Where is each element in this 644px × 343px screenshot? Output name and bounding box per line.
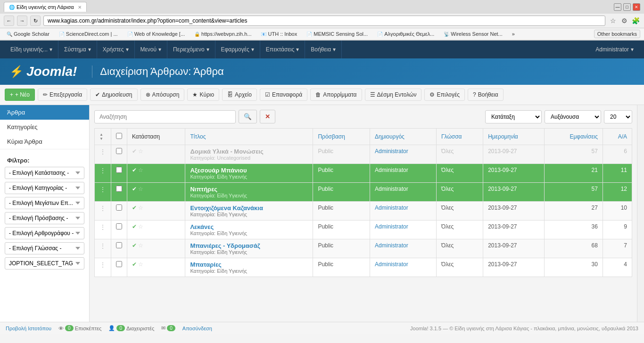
bookmark-more[interactable]: » [509,30,518,38]
search-button[interactable]: 🔍 [239,110,257,123]
sort-select[interactable]: ΚατάταξηΤίτλοςΗμερομηνία [485,110,542,123]
topbar-menu-extensions[interactable]: Επεκτάσεις ▾ [260,41,305,58]
row-checkbox[interactable] [116,223,122,229]
settings-icon[interactable]: ⚙ [619,16,629,25]
author-link[interactable]: Administrator [375,148,408,155]
bookmark-sciencedirect[interactable]: 📄 ScienceDirect.com | ... [56,30,121,38]
featured-icon[interactable]: ☆ [138,148,143,155]
topbar-admin-menu[interactable]: Administrator ▾ [590,41,639,58]
drag-handle-icon[interactable]: ⋮ [99,261,106,269]
view-site-link[interactable]: Προβολή Ιστοτόπου [6,326,51,331]
th-hits[interactable]: Εμφανίσεις [545,129,603,145]
featured-icon[interactable]: ☆ [138,261,143,268]
reload-button[interactable]: ↻ [30,16,41,26]
sidebar-item-featured[interactable]: Κύρια Άρθρα [0,134,89,149]
row-checkbox[interactable] [116,148,122,154]
featured-icon[interactable]: ☆ [138,186,143,192]
back-button[interactable]: ← [4,16,14,26]
options-button[interactable]: ⚙ Επιλογές [424,89,465,101]
filter-status-select[interactable]: - Επιλογή Κατάστασης - [5,167,84,179]
th-checkbox[interactable] [111,129,127,145]
row-checkbox[interactable] [116,242,122,248]
select-all-checkbox[interactable] [116,133,122,139]
search-clear-button[interactable]: ✕ [260,110,275,123]
drag-handle-icon[interactable]: ⋮ [99,148,106,155]
article-title-link[interactable]: Εντοιχιζόμενα Καζανάκια [190,204,263,212]
drag-handle-icon[interactable]: ⋮ [99,167,106,174]
per-page-select[interactable]: 51015202550100 [604,110,632,123]
author-link[interactable]: Administrator [375,167,408,173]
topbar-menu-users[interactable]: Χρήστες ▾ [97,41,135,58]
topbar-menu-system[interactable]: Σύστημα ▾ [58,41,97,58]
new-button[interactable]: + + Νέο [5,89,35,101]
article-title-link[interactable]: Δομικά Υλικά - Μονώσεις [190,148,263,155]
topbar-menu-help[interactable]: Βοήθεια ▾ [305,41,342,58]
th-status[interactable]: Κατάσταση [127,129,185,145]
article-title-link[interactable]: Λεκάνες [190,223,214,230]
topbar-site-name[interactable]: Είδη υγιεινής... ▾ [5,41,58,58]
bookmark-google-scholar[interactable]: 🔍 Google Scholar [4,30,52,38]
th-author[interactable]: Δημιουργός [370,129,437,145]
featured-icon[interactable]: ☆ [138,167,143,173]
trash-button[interactable]: 🗑 Απορρίμματα [310,89,362,101]
bookmark-uth[interactable]: 📧 UTH :: Inbox [258,30,300,38]
published-icon[interactable]: ✔ [132,242,137,249]
publish-button[interactable]: ✔ Δημοσίευση [90,89,137,101]
drag-handle-icon[interactable]: ⋮ [99,242,106,250]
bookmark-web-of-knowledge[interactable]: 📄 Web of Knowledge [... [124,30,188,38]
published-icon[interactable]: ✔ [132,204,137,211]
published-icon[interactable]: ✔ [132,167,137,173]
logout-link[interactable]: Αποσύνδεση [182,326,212,331]
checkin-button[interactable]: ☑ Επαναφορά [260,89,307,101]
tab-close-button[interactable]: ✕ [78,5,82,10]
published-icon[interactable]: ✔ [132,223,137,230]
article-title-link[interactable]: Αξεσουάρ Μπάνιου [190,167,247,174]
archive-button[interactable]: 🗄 Αρχείο [222,89,257,101]
th-title[interactable]: Τίτλος [185,129,313,145]
direction-select[interactable]: ΑυξάνουσαΦθίνουσα [545,110,601,123]
author-link[interactable]: Administrator [375,261,408,268]
browser-tab-active[interactable]: 🌐 Είδη υγιεινής στη Λάρισα ✕ [4,2,87,12]
th-date[interactable]: Ημερομηνία [483,129,545,145]
article-title-link[interactable]: Νιπτήρες [190,186,217,193]
author-link[interactable]: Administrator [375,223,408,230]
published-icon[interactable]: ✔ [132,148,137,155]
published-icon[interactable]: ✔ [132,186,137,192]
forward-button[interactable]: → [17,16,27,26]
author-link[interactable]: Administrator [375,242,408,249]
filter-tag-select[interactable]: JOPTION_SELECT_TAG [5,257,84,270]
drag-handle-icon[interactable]: ⋮ [99,223,106,231]
close-button[interactable]: ✕ [633,3,640,11]
bookmark-memsic[interactable]: 📄 MEMSIC Sensing Sol... [304,30,371,38]
scrollbar[interactable] [637,105,644,322]
filter-maxlevels-select[interactable]: - Επιλογή Μεγίστων Επ... [5,197,84,209]
row-checkbox[interactable] [116,261,122,267]
filter-category-select[interactable]: - Επιλογή Κατηγορίας - [5,182,84,194]
featured-icon[interactable]: ☆ [138,242,143,249]
author-link[interactable]: Administrator [375,204,408,211]
th-access[interactable]: Πρόσβαση [313,129,370,145]
topbar-menu-menus[interactable]: Μενού ▾ [135,41,168,58]
topbar-menu-apps[interactable]: Εφαρμογές ▾ [215,41,260,58]
filter-author-select[interactable]: - Επιλογή Αρθρογράφου - [5,227,84,239]
sidebar-item-articles[interactable]: Άρθρα [0,105,89,120]
search-input[interactable] [94,110,236,123]
th-aa[interactable]: Α/Α [603,129,632,145]
other-bookmarks-button[interactable]: Other bookmarks [594,30,640,38]
article-title-link[interactable]: Μπανιέρες - Υδρομασάζ [190,242,260,249]
drag-handle-icon[interactable]: ⋮ [99,204,106,212]
filter-access-select[interactable]: - Επιλογή Πρόσβασης - [5,212,84,224]
batch-button[interactable]: ☰ Δέσμη Εντολών [365,89,422,101]
bookmark-star-icon[interactable]: ☆ [608,16,618,25]
minimize-button[interactable]: — [614,3,621,11]
address-bar[interactable] [43,16,605,26]
edit-button[interactable]: ✏ Επεξεργασία [38,89,87,101]
unpublish-button[interactable]: ⊗ Απόσυρση [140,89,185,101]
filter-language-select[interactable]: - Επιλογή Γλώσσας - [5,242,84,254]
row-checkbox[interactable] [116,167,122,173]
featured-icon[interactable]: ☆ [138,204,143,211]
bookmark-algorithmic[interactable]: 📄 Αλγοριθμικές Θεμελ... [374,30,437,38]
maximize-button[interactable]: □ [623,3,631,11]
featured-icon[interactable]: ☆ [138,223,143,230]
row-checkbox[interactable] [116,204,122,211]
